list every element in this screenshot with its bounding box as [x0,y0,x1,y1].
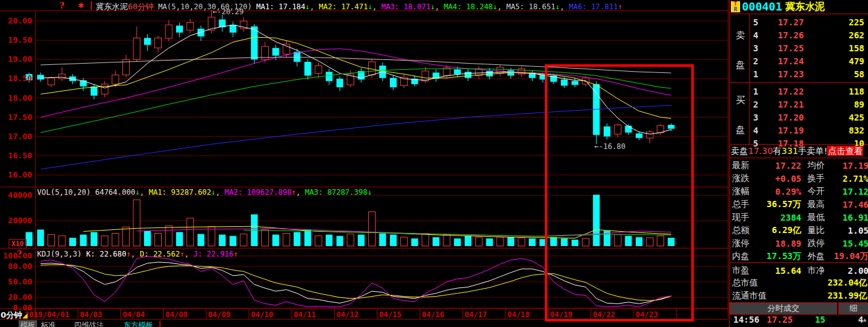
vol-ma-values: MA1: 93287.602↓, MA2: 109627.898↑, MA3: … [149,188,372,197]
price-tick-label: 19.00 [1,54,32,64]
ma-item: MA2: 17.471↓, [314,2,377,11]
vol-label: VOL(5,10,20) [37,188,91,197]
buy-row-1[interactable]: 117.22118 [751,85,868,98]
buy-row-3[interactable]: 317.20425 [751,111,868,124]
price: 17.19 [767,125,815,135]
ma-item: D: 22.562↑, [135,250,189,258]
stat-label: 现手 [730,212,757,223]
level: 3 [751,113,767,122]
level: 1 [751,87,767,96]
market-cap-row: 总市值232.04亿 [730,276,868,289]
tab-detail[interactable]: 细 [838,302,868,315]
settings-gear-icon[interactable]: ✱ [78,1,84,10]
kdj-values: K: 22.680↑, D: 22.562↑, J: 22.916↑ [86,250,238,258]
trading-app-window: ? ✱ 冀东水泥60分钟 MA(5,10,20,30,60,120) MA1: … [0,0,868,327]
volume-multiplier-badge: X10 [9,239,27,248]
ma-item: MA3: 87287.398↓ [300,188,372,197]
help-icon[interactable]: ? [59,1,64,11]
stat-value: +0.05 [757,174,801,184]
bottom-tabbar: 分时成交 细 [730,302,868,315]
stat-label: 市盈 [730,265,757,276]
orderbook-divider [749,14,750,144]
stat-value: 17.12 [830,187,868,197]
date-label: 04/17 [465,310,487,319]
price: 17.27 [767,17,815,27]
date-label: 04/04 [122,310,145,319]
cap-label: 流通市值 [730,291,767,302]
buy-row-2[interactable]: 217.2189 [751,98,868,111]
period-triangle-icon: ◢ [22,312,27,320]
sell-label-char: 卖 [736,30,745,41]
stat-label: 跌停 [801,238,830,249]
volume: 58 [815,69,864,79]
kdj-help-icon[interactable]: ? [17,249,22,259]
price-tick-label: 18.50 [1,74,32,83]
level: 4 [751,30,767,40]
price: 17.26 [767,30,815,40]
scroll-up-icon[interactable]: ▲ [863,316,866,323]
stat-row: 涨跌+0.05换手2.71% [730,172,868,185]
stat-row: 总额6.29亿量比1.05 [730,224,868,237]
volume: 832 [815,125,864,135]
period-selector-label[interactable]: 0分钟◢ [1,310,28,321]
alert-view-link[interactable]: 点击查看 [827,146,863,156]
stat-value: 2384 [757,213,801,223]
buy-label-char: 买 [736,95,745,106]
toolbar-item-4[interactable]: 东方模板 [124,320,153,327]
stat-label: 量比 [801,225,830,236]
sell-row-3[interactable]: 317.25158 [751,41,868,54]
date-label: 04/16 [422,310,444,319]
stat-label: 外盘 [801,251,830,262]
quote-header: TR 000401 冀东水泥 [730,0,868,14]
date-label: 04/12 [336,310,358,319]
level: 3 [751,43,767,53]
broker-badge-icon: TR [731,1,740,12]
kdj-tick-label: 80.00 [1,261,32,271]
stat-value: 2.71% [830,174,868,184]
sell-row-1[interactable]: 117.2358 [751,67,868,80]
buy-row-4[interactable]: 417.19832 [751,124,868,137]
stat-value: 17.53万 [757,251,801,262]
stat-value: 18.89 [757,239,801,248]
price-tick-label: 16.00 [1,170,32,179]
stat-label: 最新 [730,160,757,171]
toolbar-separator [159,321,161,327]
cap-label: 总市值 [730,278,758,289]
date-label: 04/03 [80,310,102,319]
stat-row: 涨幅0.29%今开17.12 [730,185,868,198]
level: 1 [751,69,767,79]
buy-label-char2: 盘 [736,124,745,136]
ma-item: MA3: 18.071↓, [377,2,439,11]
price: 17.21 [767,100,815,109]
toolbar-item-3[interactable]: 四维战法 [74,320,104,327]
sell-row-5[interactable]: 517.27225 [751,15,868,28]
sell-row-4[interactable]: 417.26262 [751,28,868,41]
chart-canvas[interactable] [0,0,729,327]
stat-value: 6.29亿 [757,225,801,236]
stat-row: 最新17.22均价17.19 [730,159,868,172]
date-label: 04/23 [636,310,658,319]
stats-divider [730,262,868,263]
price-tick-label: 18.00 [1,93,32,103]
price: 17.24 [767,56,815,66]
period-indicator: 60分钟 [128,2,154,11]
ma-item: MA4: 18.248↓, [439,2,502,11]
level: 2 [751,100,767,109]
sell-row-2[interactable]: 217.24479 [751,54,868,67]
tape-volume: 15 [810,315,825,325]
price-tick-label: 17.00 [1,132,32,141]
toolbar-item-2[interactable]: 标准 [41,320,56,327]
toolbar-item-1[interactable]: 模板 [19,320,37,327]
tab-timeline-trades[interactable]: 分时成交 [730,302,837,315]
kdj-label: KDJ(9,3,3) [37,250,82,258]
stat-value: 17.19 [830,161,868,171]
tape-time: 14:56 [733,315,759,325]
stock-name: 冀东水泥 [96,2,128,11]
volume: 158 [815,43,864,53]
stat-value: 1.05 [830,226,868,236]
price: 17.25 [767,43,815,53]
stat-label: 总额 [730,225,757,236]
stat-value: 16.91 [830,213,868,223]
stat-label: 今开 [801,186,830,197]
kdj-tick-label: 50.00 [1,277,32,286]
